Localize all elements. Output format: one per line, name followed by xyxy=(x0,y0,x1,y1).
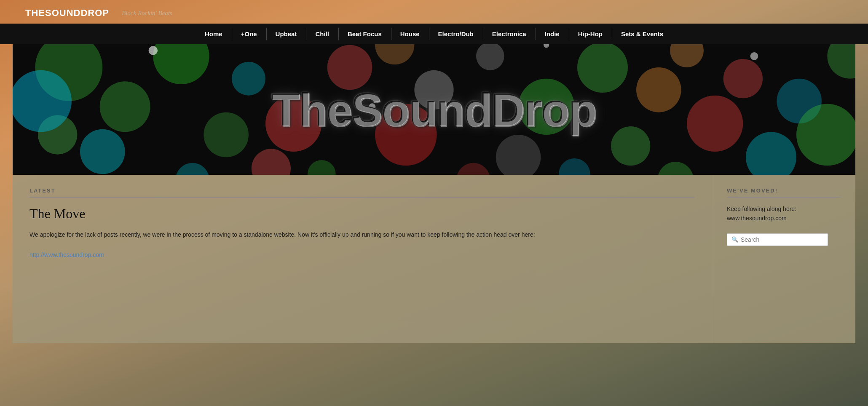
search-input[interactable] xyxy=(741,236,823,243)
post-title: The Move xyxy=(29,206,695,222)
nav-item-home: Home xyxy=(196,24,232,44)
sidebar: WE'VE MOVED! Keep following along here: … xyxy=(712,175,855,343)
nav-link-sets---events[interactable]: Sets & Events xyxy=(612,24,672,44)
nav-link-beat-focus[interactable]: Beat Focus xyxy=(338,24,391,44)
sidebar-moved-text: Keep following along here: www.thesoundr… xyxy=(727,204,841,223)
hero-title: TheSoundDrop xyxy=(13,44,855,175)
nav-link-hip-hop[interactable]: Hip-Hop xyxy=(569,24,612,44)
nav-item-indie: Indie xyxy=(536,24,569,44)
nav-item-beat-focus: Beat Focus xyxy=(338,24,391,44)
nav-link-indie[interactable]: Indie xyxy=(536,24,569,44)
nav-link--one[interactable]: +One xyxy=(232,24,266,44)
post-link[interactable]: http://www.thesoundrop.com xyxy=(29,251,104,258)
search-container[interactable]: 🔍 xyxy=(727,233,828,246)
sidebar-section-title: WE'VE MOVED! xyxy=(727,187,841,198)
content-area: LATEST The Move We apologize for the lac… xyxy=(13,175,855,343)
post-body: We apologize for the lack of posts recen… xyxy=(29,230,695,260)
site-header: THESOUNDDROP Block Rockin' Beats xyxy=(0,0,868,24)
hero-banner: TheSoundDrop xyxy=(13,44,855,175)
nav-item--one: +One xyxy=(232,24,266,44)
nav-item-electronica: Electronica xyxy=(483,24,536,44)
nav-link-chill[interactable]: Chill xyxy=(306,24,338,44)
search-icon: 🔍 xyxy=(731,236,738,243)
main-navigation: Home+OneUpbeatChillBeat FocusHouseElectr… xyxy=(0,24,868,44)
site-tagline: Block Rockin' Beats xyxy=(122,10,172,17)
site-title: THESOUNDDROP xyxy=(25,8,109,19)
main-content: LATEST The Move We apologize for the lac… xyxy=(13,175,712,343)
nav-link-electronica[interactable]: Electronica xyxy=(483,24,536,44)
latest-label: LATEST xyxy=(29,187,695,198)
nav-link-house[interactable]: House xyxy=(391,24,429,44)
nav-item-hip-hop: Hip-Hop xyxy=(569,24,612,44)
nav-item-sets---events: Sets & Events xyxy=(612,24,672,44)
nav-link-upbeat[interactable]: Upbeat xyxy=(266,24,306,44)
nav-item-chill: Chill xyxy=(306,24,338,44)
nav-item-upbeat: Upbeat xyxy=(266,24,306,44)
nav-link-home[interactable]: Home xyxy=(196,24,232,44)
nav-item-house: House xyxy=(391,24,429,44)
nav-link-electro-dub[interactable]: Electro/Dub xyxy=(429,24,483,44)
nav-item-electro-dub: Electro/Dub xyxy=(429,24,483,44)
